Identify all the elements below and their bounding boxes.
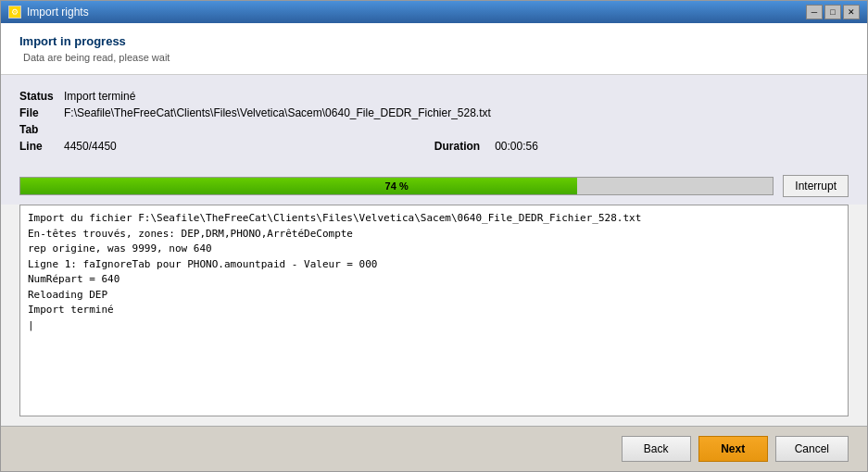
- progress-row: 74 % Interrupt: [19, 175, 849, 197]
- log-cursor: |: [28, 318, 840, 334]
- title-bar-buttons: ─ □ ✕: [806, 5, 860, 19]
- log-section[interactable]: Import du fichier F:\Seafile\TheFreeCat\…: [19, 205, 849, 416]
- file-row: File F:\Seafile\TheFreeCat\Clients\Files…: [19, 106, 849, 119]
- log-line: Reloading DEP: [28, 288, 840, 304]
- header-section: Import in progress Data are being read, …: [1, 23, 867, 75]
- window-title: Import rights: [27, 6, 89, 19]
- progress-bar-container: 74 %: [19, 177, 774, 195]
- tab-label: Tab: [19, 123, 57, 136]
- log-line: rep origine, was 9999, now 640: [28, 242, 840, 257]
- cancel-button[interactable]: Cancel: [775, 436, 849, 462]
- file-value: F:\Seafile\TheFreeCat\Clients\Files\Velv…: [64, 106, 491, 119]
- minimize-button[interactable]: ─: [806, 5, 823, 19]
- line-value: 4450/4450: [64, 140, 117, 153]
- status-value: Import terminé: [64, 90, 135, 103]
- progress-section: 74 % Interrupt: [1, 168, 867, 205]
- title-bar-left: ⚙ Import rights: [8, 6, 89, 19]
- info-section: Status Import terminé File F:\Seafile\Th…: [1, 75, 867, 168]
- footer-section: Back Next Cancel: [1, 426, 867, 471]
- restore-button[interactable]: □: [824, 5, 841, 19]
- status-label: Status: [19, 90, 57, 103]
- line-label: Line: [19, 140, 57, 153]
- main-window: ⚙ Import rights ─ □ ✕ Import in progress…: [0, 0, 868, 472]
- close-button[interactable]: ✕: [843, 5, 860, 19]
- file-label: File: [19, 106, 57, 119]
- tab-row: Tab: [19, 123, 849, 136]
- duration-value: 00:00:56: [495, 140, 538, 153]
- log-line: Ligne 1: faIgnoreTab pour PHONO.amountpa…: [28, 257, 840, 273]
- log-line: Import terminé: [28, 303, 840, 318]
- duration-label: Duration: [434, 140, 480, 153]
- title-bar: ⚙ Import rights ─ □ ✕: [1, 1, 867, 23]
- log-line: NumRépart = 640: [28, 272, 840, 288]
- progress-text: 74 %: [385, 180, 409, 192]
- window-icon: ⚙: [8, 6, 21, 19]
- log-line: En-têtes trouvés, zones: DEP,DRM,PHONO,A…: [28, 227, 840, 242]
- progress-bar-fill: [20, 178, 577, 194]
- line-row: Line 4450/4450 Duration 00:00:56: [19, 140, 849, 153]
- log-line: Import du fichier F:\Seafile\TheFreeCat\…: [28, 211, 840, 227]
- next-button[interactable]: Next: [698, 436, 768, 462]
- interrupt-button[interactable]: Interrupt: [783, 175, 849, 197]
- content-area: Import in progress Data are being read, …: [1, 23, 867, 471]
- header-subtitle: Data are being read, please wait: [23, 52, 849, 63]
- status-row: Status Import terminé: [19, 90, 849, 103]
- header-title: Import in progress: [19, 34, 849, 48]
- back-button[interactable]: Back: [622, 436, 691, 462]
